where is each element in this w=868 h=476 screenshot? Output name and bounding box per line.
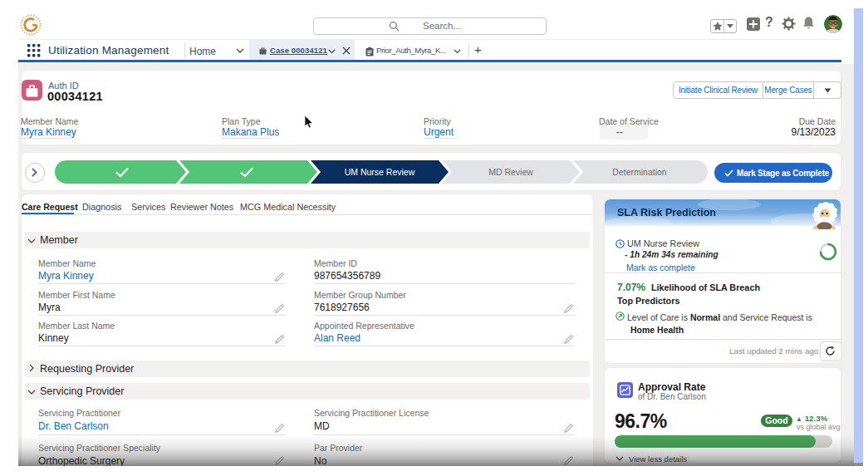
svg-text:MD Review: MD Review xyxy=(488,167,533,177)
svg-text:Determination: Determination xyxy=(612,167,667,177)
svg-text:UM Nurse Review: UM Nurse Review xyxy=(345,167,415,177)
